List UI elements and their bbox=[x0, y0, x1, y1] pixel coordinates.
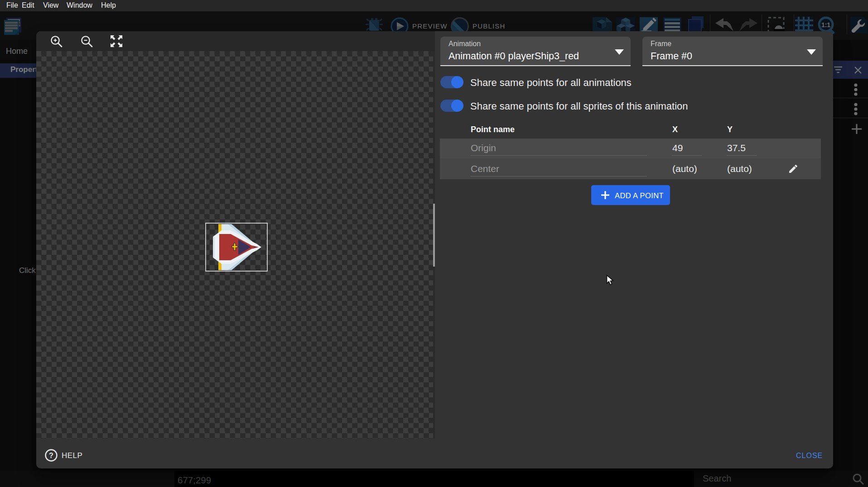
svg-text:?: ? bbox=[49, 452, 53, 459]
